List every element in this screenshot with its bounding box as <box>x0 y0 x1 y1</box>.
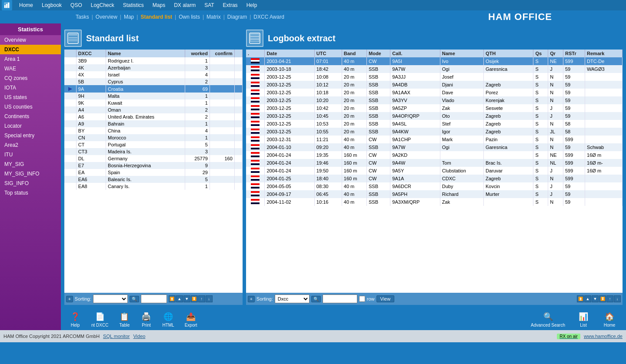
sort-down-btn-r[interactable]: ▼ <box>592 295 599 302</box>
table-button[interactable]: 📋 Table <box>113 310 135 329</box>
standard-list-row[interactable]: CN Morocco 1 <box>64 134 243 141</box>
col-utc-header[interactable]: UTC <box>314 50 342 57</box>
menu-maps[interactable]: Maps <box>148 1 170 9</box>
sidebar-item-overview[interactable]: Overview <box>0 35 61 45</box>
sidebar-item-continents[interactable]: Continents <box>0 112 61 121</box>
sort-top-btn-r[interactable]: ⏫ <box>577 295 584 302</box>
standard-list-row[interactable]: BY China 4 <box>64 127 243 134</box>
col-qth-header[interactable]: QTH <box>483 50 533 57</box>
col-call-header[interactable]: Call. <box>390 50 440 57</box>
standard-list-row[interactable]: 9H Malta 1 <box>64 93 243 99</box>
logbook-extract-scroll[interactable]: . Date UTC Band Mode Call. Name QTH Qs <box>246 50 623 293</box>
advanced-search-button[interactable]: 🔍 Advanced Search <box>526 310 570 329</box>
menu-logbook[interactable]: Logbook <box>37 1 66 9</box>
sort-scroll-down-btn[interactable]: ↓ <box>206 295 213 302</box>
col-qr-header[interactable]: Qr <box>548 50 563 57</box>
sql-monitor-link[interactable]: SQL monitor <box>103 334 130 339</box>
sort-top-btn[interactable]: ⏫ <box>169 295 176 302</box>
sort-add-btn-right[interactable]: + <box>248 296 255 302</box>
subnav-diagram[interactable]: Diagram <box>226 14 249 20</box>
sort-search-input-left[interactable] <box>141 295 167 303</box>
standard-list-row[interactable]: EA8 Canary Is. 1 <box>64 183 243 190</box>
sidebar-item-us-states[interactable]: US states <box>0 93 61 102</box>
standard-list-scroll[interactable]: DXCC Name worked confirm 3B9 Rodriguez I… <box>64 50 243 293</box>
logbook-row[interactable]: 2003-04-21 07:01 40 m CW 9A5I Ivo Osijek… <box>246 57 623 65</box>
col-date-header[interactable]: Date <box>265 50 314 57</box>
sort-down-btn[interactable]: ▼ <box>183 295 190 302</box>
sort-bottom-btn[interactable]: ⏬ <box>191 295 198 302</box>
col-band-header[interactable]: Band <box>342 50 366 57</box>
sort-up-btn[interactable]: ▲ <box>176 295 183 302</box>
menu-help[interactable]: Help <box>242 1 262 9</box>
logbook-row[interactable]: 2003-12-25 10:18 20 m SSB 9A1AAX Dave Po… <box>246 89 623 96</box>
sidebar-item-top-status[interactable]: Top status <box>0 188 61 198</box>
menu-statistics[interactable]: Statistics <box>119 1 148 9</box>
logbook-row[interactable]: 2004-05-05 08:30 40 m SSB 9A6DCR Duby Ko… <box>246 182 623 190</box>
standard-list-row[interactable]: ▶ 9A Croatia 69 <box>64 85 243 93</box>
col-qs-header[interactable]: Qs <box>533 50 548 57</box>
standard-list-row[interactable]: 4X Israel 4 <box>64 71 243 78</box>
subnav-matrix[interactable]: Matrix <box>205 14 223 20</box>
sidebar-item-locator[interactable]: Locator <box>0 121 61 131</box>
col-remark-header[interactable]: Remark <box>585 50 623 57</box>
standard-list-row[interactable]: EA Spain 29 <box>64 169 243 176</box>
standard-list-row[interactable]: EA6 Balearic Is. 5 <box>64 176 243 183</box>
standard-list-row[interactable]: 5B Cyprus 2 <box>64 78 243 85</box>
sidebar-item-my-sig[interactable]: MY_SIG <box>0 159 61 169</box>
logbook-row[interactable]: 2004-01-24 19:35 160 m CW 9A2KD S NE 599… <box>246 151 623 159</box>
sort-search-btn-left[interactable]: 🔍 <box>130 296 139 302</box>
sidebar-item-area1[interactable]: Area 1 <box>0 54 61 64</box>
sort-scroll-down-btn-r[interactable]: ↓ <box>614 295 621 302</box>
sidebar-item-special-entry[interactable]: Special entry <box>0 131 61 140</box>
col-rstr-header[interactable]: RSTr <box>563 50 585 57</box>
menu-logcheck[interactable]: LogCheck <box>87 1 119 9</box>
sidebar-item-my-sig-info[interactable]: MY_SIG_INFO <box>0 169 61 179</box>
subnav-overview[interactable]: Overview <box>94 14 119 20</box>
view-button[interactable]: View <box>376 295 395 302</box>
row-checkbox[interactable] <box>359 295 365 303</box>
sort-bottom-btn-r[interactable]: ⏬ <box>599 295 606 302</box>
subnav-tasks[interactable]: Tasks <box>74 14 91 20</box>
menu-sat[interactable]: SAT <box>200 1 218 9</box>
home-btn-toolbar[interactable]: 🏠 Home <box>596 310 623 329</box>
logbook-row[interactable]: 2003-12-31 11:21 40 m CW 9A1CHP Mark Paz… <box>246 136 623 143</box>
logbook-row[interactable]: 2003-12-25 10:53 20 m SSB 9A4SL Stef Zag… <box>246 120 623 128</box>
website-link[interactable]: www.hamoffice.de <box>584 334 623 339</box>
col-mode-header[interactable]: Mode <box>367 50 390 57</box>
col-confirm-header[interactable]: confirm <box>210 50 234 57</box>
list-button[interactable]: 📊 List <box>570 310 596 329</box>
standard-list-row[interactable]: DL Germany 25779 160 <box>64 155 243 162</box>
logbook-row[interactable]: 2003-12-25 10:55 20 m SSB 9A4KW Igor Zag… <box>246 128 623 136</box>
logbook-row[interactable]: 2004-01-24 19:46 160 m CW 9A4W Tom Brac … <box>246 159 623 167</box>
sidebar-item-us-counties[interactable]: US counties <box>0 102 61 112</box>
standard-list-row[interactable]: A4 Oman 2 <box>64 106 243 113</box>
sidebar-item-sig-info[interactable]: SIG_INFO <box>0 179 61 188</box>
standard-list-row[interactable]: CT Portugal 5 <box>64 141 243 148</box>
subnav-standard-list[interactable]: Standard list <box>139 14 174 20</box>
video-link[interactable]: Video <box>133 334 145 339</box>
nt-dxcc-button[interactable]: 📄 nt DXCC <box>86 310 113 329</box>
subnav-map[interactable]: Map <box>122 14 136 20</box>
help-button[interactable]: ❓ Help <box>64 310 86 329</box>
export-button[interactable]: 📤 Export <box>180 310 203 329</box>
col-worked-header[interactable]: worked <box>185 50 210 57</box>
standard-list-row[interactable]: 4K Azerbaijan 3 <box>64 64 243 71</box>
standard-list-row[interactable]: A9 Bahrain 1 <box>64 120 243 127</box>
sidebar-item-cq-zones[interactable]: CQ zones <box>0 73 61 83</box>
sort-search-input-right[interactable] <box>323 295 357 303</box>
sort-scroll-up-btn[interactable]: ↑ <box>198 295 205 302</box>
logbook-row[interactable]: 2004-01-10 09:20 40 m SSB 9A7W Ogi Gares… <box>246 143 623 151</box>
logbook-row[interactable]: 2003-12-25 10:12 20 m SSB 9A4DB Djani Za… <box>246 81 623 89</box>
standard-list-row[interactable]: E7 Bosnia-Herzegovina 9 <box>64 162 243 169</box>
sidebar-item-wae[interactable]: WAE <box>0 64 61 73</box>
col-name-header-log[interactable]: Name <box>440 50 483 57</box>
subnav-own-lists[interactable]: Own lists <box>177 14 202 20</box>
print-button[interactable]: 🖨️ Print <box>135 310 157 329</box>
sidebar-item-dxcc[interactable]: DXCC <box>0 45 61 54</box>
standard-list-row[interactable]: 9K Kuwait 1 <box>64 99 243 106</box>
logbook-row[interactable]: 2004-11-02 10:16 40 m SSB 9A3XM/QRP Zak … <box>246 198 623 206</box>
subnav-dxcc-award[interactable]: DXCC Award <box>252 14 286 20</box>
logbook-row[interactable]: 2003-10-18 18:42 40 m SSB 9A7W Ogi Gares… <box>246 65 623 73</box>
logbook-row[interactable]: 2003-12-25 10:42 20 m SSB 9A5ZP Zak Sesv… <box>246 104 623 112</box>
menu-home[interactable]: Home <box>15 1 37 9</box>
